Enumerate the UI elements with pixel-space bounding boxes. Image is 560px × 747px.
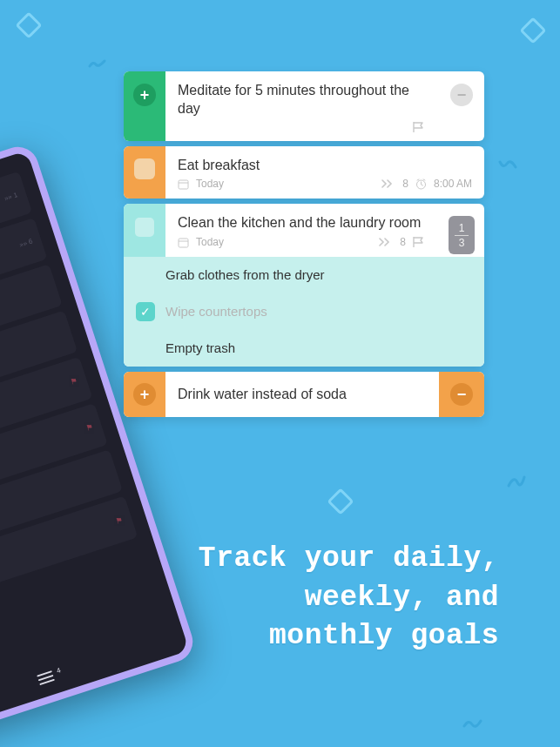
deco-squiggle: [505, 470, 526, 491]
streak-count: 8: [402, 178, 408, 190]
deco-squiggle: [462, 714, 482, 735]
checkbox-empty-icon: [135, 218, 154, 237]
progress-counter[interactable]: 1 3: [439, 204, 484, 257]
subtask-item[interactable]: Empty trash: [124, 330, 484, 367]
plus-icon: +: [133, 84, 156, 106]
streak-count: 8: [400, 236, 406, 248]
task-title: Clean the kitchen and the laundry room: [178, 214, 427, 232]
checkbox-empty-icon: [134, 158, 155, 179]
subtask-item[interactable]: ✓ Wipe countertops: [124, 293, 484, 330]
due-label: Today: [196, 178, 224, 190]
minus-icon: −: [450, 383, 473, 406]
alarm-time: 8:00 AM: [434, 178, 472, 190]
todo-card-kitchen[interactable]: Clean the kitchen and the laundry room T…: [124, 204, 484, 367]
deco-diamond: [15, 11, 42, 38]
flag-icon: [413, 122, 427, 132]
checkbox-checked-icon[interactable]: ✓: [136, 302, 155, 321]
habit-card-meditate[interactable]: + Meditate for 5 minutes throughout the …: [124, 71, 484, 141]
deco-squiggle: [496, 157, 517, 178]
plus-button[interactable]: +: [124, 372, 165, 417]
deco-diamond: [519, 17, 546, 44]
alarm-icon: [415, 178, 427, 190]
task-meta: Today 8 8:00 AM: [178, 178, 472, 190]
checkbox-button[interactable]: [124, 204, 165, 257]
checkbox-empty-icon[interactable]: [136, 266, 155, 285]
due-label: Today: [196, 236, 224, 248]
task-title: Drink water instead of soda: [178, 386, 427, 404]
counter-pill: 1 3: [449, 216, 475, 254]
subtask-item[interactable]: Grab clothes from the dryer: [124, 257, 484, 293]
streak-icon: [379, 238, 393, 246]
plus-icon: +: [133, 383, 156, 406]
plus-button[interactable]: +: [124, 71, 165, 141]
svg-rect-0: [179, 180, 188, 189]
streak-icon: [381, 179, 395, 188]
task-card-list: + Meditate for 5 minutes throughout the …: [124, 71, 484, 417]
calendar-icon: [178, 178, 189, 190]
subtask-label: Empty trash: [165, 340, 235, 357]
hero-caption: Track your daily, weekly, and monthly go…: [199, 540, 499, 656]
svg-rect-2: [179, 239, 188, 247]
task-meta: Today 8: [178, 236, 427, 248]
deco-squiggle: [87, 52, 108, 73]
minus-button[interactable]: −: [439, 372, 484, 417]
minus-icon: −: [450, 84, 473, 106]
calendar-icon: [178, 237, 189, 248]
deco-diamond: [327, 488, 354, 515]
subtask-label: Grab clothes from the dryer: [165, 266, 325, 284]
checkbox-button[interactable]: [124, 146, 165, 199]
task-title: Eat breakfast: [178, 157, 472, 175]
tablet-menu-icon: 4: [36, 667, 64, 690]
subtask-label: Wipe countertops: [165, 303, 267, 320]
habit-card-water[interactable]: + Drink water instead of soda −: [124, 372, 484, 417]
minus-button[interactable]: −: [439, 71, 484, 141]
daily-card-breakfast[interactable]: Eat breakfast Today 8 8:00 AM: [124, 146, 484, 199]
subtask-list: Grab clothes from the dryer ✓ Wipe count…: [124, 257, 484, 367]
flag-icon: [413, 237, 427, 247]
task-title: Meditate for 5 minutes throughout the da…: [178, 82, 427, 118]
checkbox-empty-icon[interactable]: [136, 339, 155, 358]
